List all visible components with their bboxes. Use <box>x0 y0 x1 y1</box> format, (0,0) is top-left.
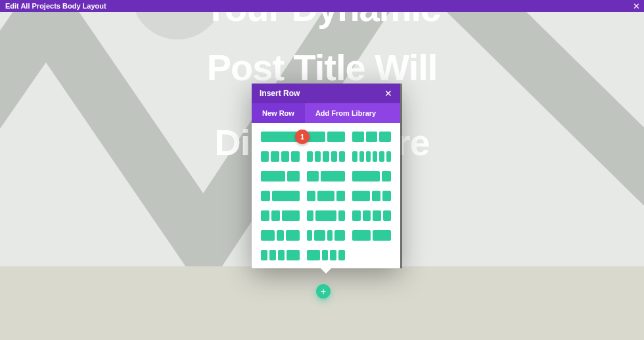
modal-header[interactable]: Insert Row ✕ <box>252 84 400 103</box>
layout-1-1-1-1w[interactable] <box>352 210 391 221</box>
layout-2-2[interactable] <box>352 230 391 241</box>
layout-1-2[interactable] <box>307 171 346 182</box>
layout-1-3[interactable] <box>261 191 300 201</box>
editor-topbar: Edit All Projects Body Layout ✕ <box>0 0 644 12</box>
layout-1-1-1-2[interactable] <box>261 250 300 260</box>
layout-4col[interactable] <box>261 151 300 162</box>
layout-5col[interactable] <box>307 151 346 162</box>
plus-icon: + <box>321 286 326 297</box>
layout-2col[interactable] <box>307 132 346 142</box>
modal-close-icon[interactable]: ✕ <box>384 84 392 103</box>
layout-options <box>252 123 400 268</box>
close-icon[interactable]: ✕ <box>633 2 640 11</box>
layout-1-2-1-2[interactable] <box>307 230 346 241</box>
insert-row-modal: Insert Row ✕ New Row Add From Library <box>252 84 400 268</box>
layout-1col[interactable] <box>261 132 300 142</box>
step-badge-1: 1 <box>295 130 310 144</box>
layout-1-1-2[interactable] <box>261 210 300 221</box>
layout-3-1[interactable] <box>352 171 391 182</box>
layout-3col[interactable] <box>352 132 391 142</box>
layout-6col[interactable] <box>352 151 391 162</box>
modal-arrow-icon <box>321 268 331 274</box>
topbar-title: Edit All Projects Body Layout <box>5 2 106 10</box>
lower-section <box>0 266 644 340</box>
tab-new-row[interactable]: New Row <box>252 103 305 123</box>
add-row-button[interactable]: + <box>316 284 331 299</box>
modal-title: Insert Row <box>260 84 300 103</box>
modal-tabs: New Row Add From Library <box>252 103 400 123</box>
layout-2-1[interactable] <box>261 171 300 182</box>
step-badge-number: 1 <box>300 133 304 141</box>
layout-2-1-1-1[interactable] <box>307 250 346 260</box>
layout-1-3-1[interactable] <box>307 210 346 221</box>
layout-2-1-1[interactable] <box>352 191 391 201</box>
layout-2-1-2[interactable] <box>261 230 300 241</box>
tab-add-from-library[interactable]: Add From Library <box>305 103 386 123</box>
layout-1-2-1[interactable] <box>307 191 346 201</box>
